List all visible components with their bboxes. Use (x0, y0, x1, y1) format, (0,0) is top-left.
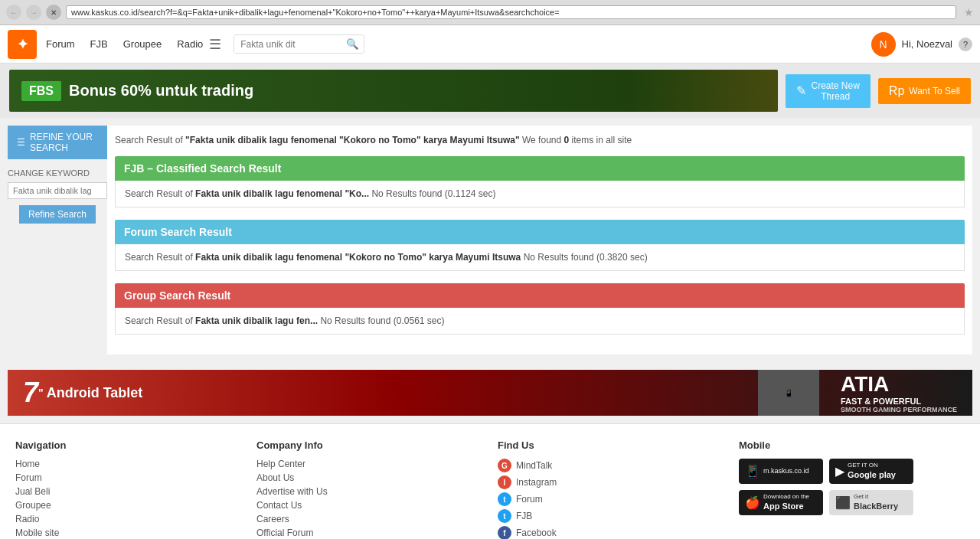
atia-sub2: SMOOTH GAMING PERFORMANCE (841, 406, 957, 413)
app-store-badge[interactable]: 🍎 Download on the App Store (739, 490, 823, 515)
google-play-badge[interactable]: ▶ GET IT ON Google play (829, 459, 913, 484)
footer-help-center[interactable]: Help Center (256, 459, 482, 469)
nav-radio[interactable]: Radio (177, 35, 203, 53)
create-thread-label: Create NewThread (811, 80, 859, 102)
address-bar[interactable]: www.kaskus.co.id/search?f=&q=Fakta+unik+… (66, 5, 956, 19)
mindtalk-label: MindTalk (516, 460, 552, 471)
refine-label: REFINE YOUR SEARCH (30, 132, 98, 153)
mobile-row-1: 📱 m.kaskus.co.id ▶ GET IT ON Google play (739, 459, 965, 484)
footer-nav-home[interactable]: Home (15, 459, 241, 469)
help-icon[interactable]: ? (959, 38, 972, 51)
twitter-forum-icon: t (498, 492, 511, 506)
search-button[interactable]: 🔍 (341, 35, 364, 53)
search-input[interactable] (234, 36, 341, 53)
footer-nav-groupee[interactable]: Groupee (15, 500, 241, 511)
fjb-header: FJB – Classified Search Result (115, 156, 965, 181)
keyword-input[interactable] (8, 182, 107, 199)
footer-nav-title: Navigation (15, 439, 241, 451)
ad-money-graphic (625, 70, 778, 112)
footer-advertise[interactable]: Advertise with Us (256, 486, 482, 497)
forum-prefix: Search Result of (125, 252, 195, 263)
want-to-sell-button[interactable]: Rp Want To Sell (878, 78, 971, 104)
forum-result-section: Forum Search Result Search Result of Fak… (115, 220, 965, 271)
footer-official-forum[interactable]: Official Forum (256, 528, 482, 538)
blackberry-text: Get it BlackBerry (854, 493, 898, 512)
reload-button[interactable]: ✕ (46, 5, 61, 20)
main-content: ☰ REFINE YOUR SEARCH CHANGE KEYWORD Refi… (0, 118, 980, 362)
google-play-label: Google play (848, 470, 896, 479)
search-results: Search Result of "Fakta unik dibalik lag… (107, 126, 972, 354)
nav-links: Forum FJB Groupee Radio (46, 35, 203, 53)
footer-columns: Navigation Home Forum Jual Beli Groupee … (15, 439, 965, 539)
atia-brand: ATIA FAST & POWERFUL SMOOTH GAMING PERFO… (841, 372, 957, 413)
back-button[interactable]: ← (6, 5, 21, 20)
group-result-section: Group Search Result Search Result of Fak… (115, 283, 965, 335)
refine-search-submit[interactable]: Refine Search (19, 205, 96, 224)
fjb-query: Fakta unik dibalik lagu fenomenal "Ko... (195, 188, 369, 199)
bottom-ad-banner: 7" Android Tablet 📱 ATIA FAST & POWERFUL… (8, 370, 972, 416)
logo[interactable]: ✦ (8, 30, 37, 59)
logo-icon: ✦ (17, 36, 28, 53)
fjb-result: No Results found (0.1124 sec) (369, 188, 495, 199)
mobile-row-2: 🍎 Download on the App Store ⬛ Get it Bla… (739, 490, 965, 515)
social-mindtalk: G MindTalk (498, 459, 724, 472)
create-thread-button[interactable]: ✎ Create NewThread (786, 74, 870, 108)
footer-nav-mobile[interactable]: Mobile site (15, 528, 241, 538)
bookmark-icon[interactable]: ★ (964, 6, 974, 18)
hamburger-menu[interactable]: ☰ (209, 36, 221, 53)
footer-nav-jualbeli[interactable]: Jual Beli (15, 486, 241, 497)
footer-nav-forum[interactable]: Forum (15, 472, 241, 483)
avatar: N (871, 32, 896, 57)
nav-groupee[interactable]: Groupee (123, 35, 162, 53)
ad-text: Bonus 60% untuk trading (69, 82, 253, 100)
social-forum: t Forum (498, 492, 724, 506)
footer-contact[interactable]: Contact Us (256, 500, 482, 511)
pencil-icon: ✎ (796, 83, 806, 98)
social-instagram: I Instagram (498, 475, 724, 489)
mobile-site-badge[interactable]: 📱 m.kaskus.co.id (739, 459, 823, 484)
fjb-result-section: FJB – Classified Search Result Search Re… (115, 156, 965, 207)
change-keyword-label: CHANGE KEYWORD (8, 168, 107, 178)
twitter-fjb-label: FJB (516, 511, 532, 521)
download-on: Download on the (763, 493, 809, 501)
fjb-prefix: Search Result of (125, 188, 195, 199)
instagram-label: Instagram (516, 477, 557, 488)
facebook-label: Facebook (516, 528, 557, 538)
banner-area: FBS Bonus 60% untuk trading ✎ Create New… (0, 64, 980, 118)
rp-icon: Rp (889, 84, 904, 98)
refine-search-button[interactable]: ☰ REFINE YOUR SEARCH (8, 126, 107, 159)
browser-chrome: ← → ✕ www.kaskus.co.id/search?f=&q=Fakta… (0, 0, 980, 25)
nav-fjb[interactable]: FJB (90, 35, 108, 53)
want-to-sell-label: Want To Sell (909, 86, 960, 96)
summary-prefix: Search Result of (115, 135, 185, 145)
footer-mobile-col: Mobile 📱 m.kaskus.co.id ▶ GET IT ON Goog… (739, 439, 965, 539)
google-play-text: GET IT ON Google play (848, 462, 896, 481)
footer-nav-radio[interactable]: Radio (15, 514, 241, 524)
search-box: 🔍 (234, 34, 364, 54)
search-summary: Search Result of "Fakta unik dibalik lag… (115, 133, 965, 147)
twitter-forum-label: Forum (516, 494, 543, 505)
social-facebook: f Facebook (498, 526, 724, 539)
blackberry-label: BlackBerry (854, 501, 898, 511)
google-play-icon: ▶ (835, 464, 844, 479)
footer-mobile-title: Mobile (739, 439, 965, 451)
user-area: N Hi, Noezval ? (871, 32, 972, 57)
instagram-icon: I (498, 475, 511, 489)
footer-findus-col: Find Us G MindTalk I Instagram t Forum t… (498, 439, 724, 539)
forum-body: Search Result of Fakta unik dibalik lagu… (115, 244, 965, 271)
group-prefix: Search Result of (125, 315, 195, 326)
list-icon: ☰ (17, 137, 25, 148)
blackberry-badge[interactable]: ⬛ Get it BlackBerry (829, 490, 913, 515)
summary-suffix: We found (520, 135, 564, 145)
nav-forum[interactable]: Forum (46, 35, 75, 53)
ad-banner: FBS Bonus 60% untuk trading (9, 70, 778, 112)
footer-about-us[interactable]: About Us (256, 472, 482, 483)
tablet-size: 7 (23, 379, 38, 407)
apple-icon: 🍎 (745, 495, 760, 510)
forward-button[interactable]: → (26, 5, 41, 20)
footer-careers[interactable]: Careers (256, 514, 482, 524)
blackberry-icon: ⬛ (835, 495, 851, 510)
forum-header: Forum Search Result (115, 220, 965, 244)
fbs-badge: FBS (21, 81, 61, 101)
mobile-url: m.kaskus.co.id (763, 467, 809, 475)
